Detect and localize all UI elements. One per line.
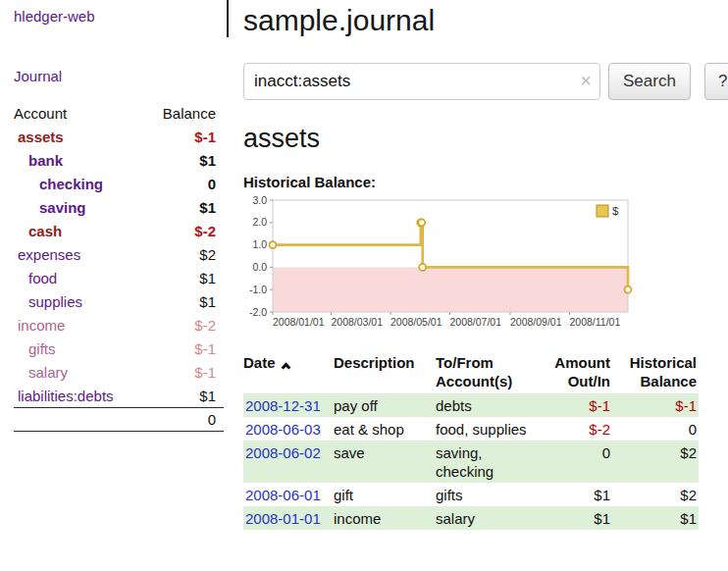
register-col-date[interactable]: Date <box>243 350 334 393</box>
svg-text:2008/01/01: 2008/01/01 <box>273 316 325 328</box>
account-name-cell: gifts <box>14 337 159 360</box>
account-row: assets$-1 <box>14 125 224 148</box>
register-amount-cell: $1 <box>542 506 612 530</box>
register-date-cell: 2008-01-01 <box>243 506 334 530</box>
account-row: bank$1 <box>14 148 224 172</box>
svg-text:-2.0: -2.0 <box>249 306 267 318</box>
account-name-cell: assets <box>14 125 159 148</box>
register-row: 2008-01-01incomesalary$1$1 <box>243 506 699 530</box>
register-accounts-cell: debts <box>436 393 542 417</box>
accounts-total-spacer <box>14 408 159 432</box>
register-amount-cell: $1 <box>542 483 612 506</box>
app-title-link[interactable]: hledger-web <box>14 8 95 25</box>
account-link[interactable]: food <box>28 270 57 286</box>
search-box: × <box>243 63 600 100</box>
account-link[interactable]: liabilities:debts <box>18 388 114 404</box>
journal-link[interactable]: Journal <box>14 68 62 84</box>
register-date-cell: 2008-06-03 <box>243 417 334 441</box>
sort-asc-icon <box>281 363 290 373</box>
search-button[interactable]: Search <box>608 63 691 100</box>
transaction-date-link[interactable]: 2008-06-02 <box>245 444 321 461</box>
account-link[interactable]: assets <box>18 129 64 145</box>
register-row: 2008-12-31pay offdebts$-1$-1 <box>243 393 699 417</box>
register-accounts-cell: saving, checking <box>436 441 542 483</box>
svg-text:2008/05/01: 2008/05/01 <box>390 316 442 328</box>
account-link[interactable]: expenses <box>18 246 80 263</box>
account-balance: $1 <box>159 266 224 289</box>
svg-text:1.0: 1.0 <box>252 238 267 250</box>
account-balance: $-2 <box>159 313 224 337</box>
register-date-cell: 2008-06-01 <box>243 483 334 506</box>
register-accounts-cell: gifts <box>436 483 542 506</box>
accounts-total-row: 0 <box>14 408 224 432</box>
register-accounts-cell: food, supplies <box>436 417 542 441</box>
account-row: gifts$-1 <box>14 337 224 360</box>
register-description-cell: eat & shop <box>334 417 436 441</box>
account-link[interactable]: gifts <box>28 340 56 357</box>
help-button[interactable]: ? <box>704 63 728 100</box>
clear-search-icon[interactable]: × <box>580 71 592 90</box>
account-balance: $1 <box>159 289 224 313</box>
account-link[interactable]: income <box>18 317 65 334</box>
accounts-table: Account Balance assets$-1bank$1checking0… <box>14 102 224 432</box>
account-balance: $-1 <box>159 125 224 148</box>
account-balance: 0 <box>159 172 224 195</box>
account-link[interactable]: checking <box>39 176 103 192</box>
search-input[interactable] <box>243 63 600 100</box>
register-col-amount-out-in: Amount Out/In <box>542 350 612 393</box>
account-balance: $-1 <box>159 337 224 360</box>
register-balance-cell: $2 <box>612 441 699 483</box>
account-row: liabilities:debts$1 <box>14 384 224 408</box>
account-link[interactable]: bank <box>28 152 63 169</box>
account-row: cash$-2 <box>14 219 224 242</box>
account-name-cell: salary <box>14 360 159 384</box>
account-row: saving$1 <box>14 195 224 219</box>
accounts-col-balance: Balance <box>159 102 224 125</box>
register-balance-cell: $2 <box>612 483 699 506</box>
account-balance: $2 <box>159 242 224 266</box>
register-amount-cell: $-2 <box>542 417 612 441</box>
accounts-total-value: 0 <box>159 408 224 432</box>
register-description-cell: income <box>334 506 436 530</box>
app-layout: hledger-web Journal Account Balance asse… <box>0 0 728 530</box>
register-amount-cell: 0 <box>542 441 612 483</box>
transaction-date-link[interactable]: 2008-01-01 <box>245 510 321 527</box>
account-link[interactable]: salary <box>28 364 68 381</box>
register-row: 2008-06-03eat & shopfood, supplies$-20 <box>243 417 699 441</box>
register-date-cell: 2008-12-31 <box>243 393 334 417</box>
svg-text:2008/11/01: 2008/11/01 <box>569 316 620 328</box>
transaction-date-link[interactable]: 2008-12-31 <box>245 397 321 414</box>
account-row: supplies$1 <box>14 289 224 313</box>
account-link[interactable]: supplies <box>28 293 82 310</box>
account-row: income$-2 <box>14 313 224 337</box>
register-description-cell: pay off <box>334 393 436 417</box>
account-row: checking0 <box>14 172 224 195</box>
account-name-cell: supplies <box>14 289 159 313</box>
account-name-cell: bank <box>14 148 159 172</box>
account-name-cell: saving <box>14 195 159 219</box>
register-balance-cell: $-1 <box>612 393 699 417</box>
balance-chart-svg: 3.02.01.00.0-1.0-2.02008/01/012008/03/01… <box>243 196 636 332</box>
register-accounts-cell: salary <box>436 506 542 530</box>
svg-text:3.0: 3.0 <box>252 196 267 206</box>
svg-text:2008/07/01: 2008/07/01 <box>450 316 502 328</box>
chart-title: Historical Balance: <box>243 174 728 190</box>
transaction-date-link[interactable]: 2008-06-03 <box>245 421 321 438</box>
register-description-cell: gift <box>334 483 436 506</box>
account-name-cell: liabilities:debts <box>14 384 159 408</box>
svg-text:2008/03/01: 2008/03/01 <box>332 316 384 328</box>
register-row: 2008-06-01giftgifts$1$2 <box>243 483 699 506</box>
svg-text:0.0: 0.0 <box>252 261 267 273</box>
transaction-date-link[interactable]: 2008-06-01 <box>245 487 321 503</box>
account-name-cell: cash <box>14 219 159 242</box>
account-row: expenses$2 <box>14 242 224 266</box>
account-link[interactable]: saving <box>39 199 86 216</box>
account-balance: $1 <box>159 384 224 408</box>
accounts-col-account: Account <box>14 102 159 125</box>
accounts-header-row: Account Balance <box>14 102 224 125</box>
account-balance: $1 <box>159 195 224 219</box>
svg-text:2.0: 2.0 <box>252 216 267 228</box>
account-name-cell: food <box>14 266 159 289</box>
account-name-cell: expenses <box>14 242 159 266</box>
account-link[interactable]: cash <box>28 223 62 239</box>
